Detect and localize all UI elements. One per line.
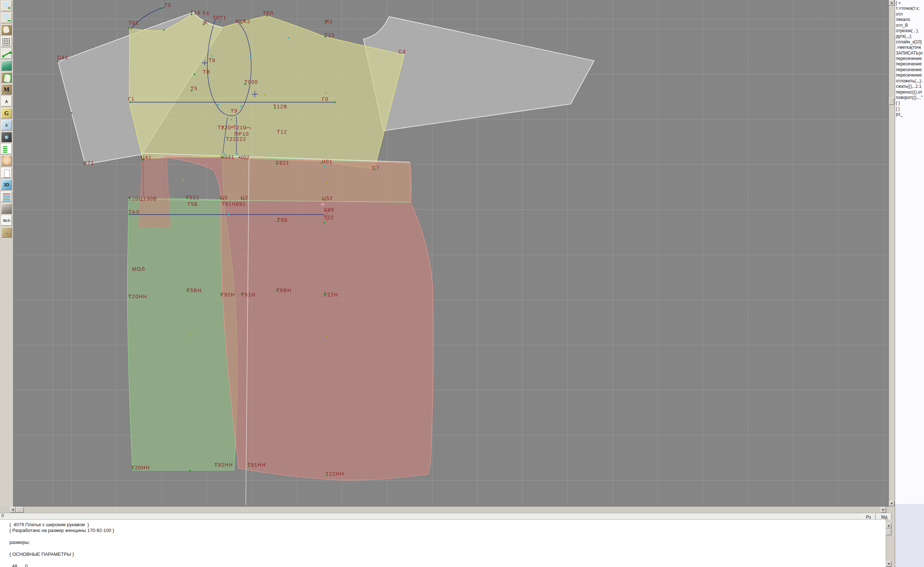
command-item[interactable]: отложить(,,,); — [896, 78, 924, 84]
command-item[interactable]: пересечение — [896, 67, 924, 72]
command-item[interactable]: пересечение — [896, 62, 924, 67]
g-tool-icon[interactable]: G — [1, 108, 12, 119]
document-text-area[interactable]: { 4079 Платье с широким рукавом }{ Разра… — [0, 519, 886, 567]
size-table-icon[interactable] — [1, 144, 12, 154]
document-lines: { 4079 Платье с широким рукавом }{ Разра… — [9, 522, 114, 567]
hscroll-thumb[interactable] — [16, 507, 24, 513]
doc-line: { 4079 Платье с широким рукавом } — [9, 522, 114, 528]
doc-line: { ОСНОВНЫЕ ПАРАМЕТРЫ } — [9, 552, 114, 557]
doc-line — [9, 534, 114, 540]
drawing-canvas[interactable]: Т3Т01Т14Т4ЖТ0Т1Т0Ж2Т6ЛЖ1Т15С4С41Т8ТВТ5Т0… — [13, 0, 889, 507]
zoom-in-icon[interactable] — [1, 1, 12, 11]
alg-icon[interactable]: ALG — [1, 215, 12, 226]
command-item[interactable]: сжать((),..1:1 — [896, 84, 924, 89]
doc-vscroll-thumb[interactable] — [886, 529, 891, 535]
command-item[interactable]: перенос((),от — [896, 90, 924, 95]
zoom-out-icon[interactable] — [1, 13, 12, 23]
command-item[interactable]: отрезок( , ); — [896, 28, 924, 34]
command-item[interactable]: рз_ — [896, 111, 924, 117]
doc-line: размеры; — [9, 540, 114, 545]
doc-line: 48 0 — [9, 563, 114, 567]
doc-scroll-up-icon[interactable]: ▲ — [886, 523, 891, 528]
model-photo-icon[interactable] — [1, 156, 12, 166]
compass-icon[interactable]: ∧ — [1, 96, 12, 107]
list-icon[interactable] — [1, 191, 12, 202]
command-item[interactable]: поворот((),..." — [896, 95, 924, 101]
scroll-right-icon[interactable]: ► — [880, 507, 886, 513]
command-item[interactable]: пересечение — [896, 56, 924, 62]
command-item[interactable]: т.=точка(т.х; — [896, 6, 924, 11]
materials-icon[interactable] — [1, 203, 12, 214]
bodice-piece[interactable] — [129, 12, 404, 169]
command-item[interactable]: .=метка(точк — [896, 45, 924, 50]
command-item[interactable]: лекало — [896, 17, 924, 23]
scroll-up-icon[interactable]: ▲ — [889, 0, 894, 5]
command-panel[interactable]: [ =т.=точка(т.х;отллекалоотл_Вотрезок( ,… — [895, 0, 924, 567]
command-item[interactable]: отл — [896, 12, 924, 17]
segment-icon[interactable] — [1, 48, 12, 59]
pattern-search-icon[interactable] — [1, 24, 12, 35]
left-toolbar: M∧G83DALG→ — [0, 0, 14, 567]
canvas-vscrollbar[interactable]: ▲ ▼ — [889, 0, 895, 507]
command-item[interactable]: { } — [896, 101, 924, 106]
camera-icon[interactable] — [1, 132, 12, 142]
grid-icon[interactable] — [1, 36, 12, 47]
status-text: 0 — [2, 513, 4, 518]
command-item[interactable]: [ = — [896, 0, 924, 6]
pattern-drawing — [13, 0, 889, 507]
doc-line — [9, 546, 114, 552]
doc-vscrollbar[interactable]: ▲ ▼ — [886, 519, 892, 567]
command-item[interactable]: [ ] — [896, 106, 924, 111]
vscroll-thumb[interactable] — [889, 98, 894, 105]
3d-icon[interactable]: 3D — [1, 179, 12, 190]
command-item[interactable]: отл_В — [896, 23, 924, 28]
command-item[interactable]: сплайн_к[10] — [896, 39, 924, 45]
garment-icon[interactable] — [1, 168, 12, 178]
doc-line: { Разработано на размер женщины 170-92-1… — [9, 528, 114, 533]
command-item[interactable]: дуга(,,,); — [896, 34, 924, 39]
command-list: [ =т.=точка(т.х;отллекалоотл_Вотрезок( ,… — [896, 0, 924, 117]
scroll-down-icon[interactable]: ▼ — [889, 501, 894, 506]
status-bar: 0 — [0, 513, 891, 519]
command-item[interactable]: ЗАПИСАТЬ(и — [896, 51, 924, 56]
ruler-icon[interactable]: 8 — [1, 120, 12, 130]
image-icon[interactable] — [1, 60, 12, 71]
pattern-piece-icon[interactable] — [1, 72, 12, 83]
pattern-m-icon[interactable]: M — [1, 84, 12, 95]
command-panel-footer — [895, 504, 924, 567]
canvas-hscrollbar[interactable]: ◄ ► — [0, 507, 889, 513]
pattern-cad-window: { "toolbar": { "icons": [ {"name":"zoom-… — [0, 0, 924, 567]
command-item[interactable]: пересечение — [896, 72, 924, 78]
scroll-left-icon[interactable]: ◄ — [10, 507, 15, 513]
doc-line — [9, 557, 114, 563]
doc-scroll-down-icon[interactable]: ▼ — [886, 561, 891, 567]
exit-icon[interactable]: → — [1, 227, 12, 238]
